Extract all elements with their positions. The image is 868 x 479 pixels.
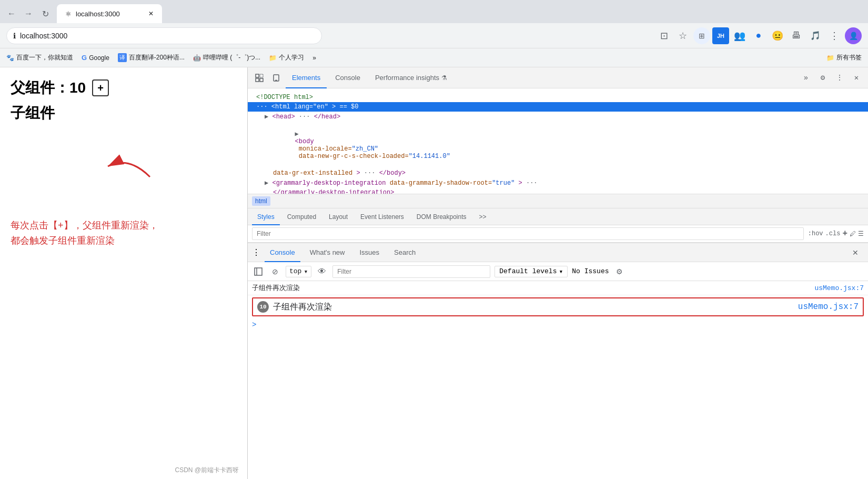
parent-component-display: 父组件：10 + [11,78,237,98]
tab-event-listeners[interactable]: Event Listeners [355,208,409,225]
more-devtools-tabs-icon[interactable]: » [799,71,813,85]
breadcrumb-bar: html [248,194,868,208]
settings-icon[interactable]: ⚙ [815,71,830,85]
google-icon: G [82,54,87,62]
styles-filter-input[interactable] [252,227,804,240]
toggle-properties-button[interactable]: ☰ [858,230,864,238]
address-bar: ℹ localhost:3000 ⊡ ☆ ⊞ JH 👥 ● 😐 🖶 🎵 ⋮ 👤 [0,23,868,48]
default-levels-dropdown[interactable]: Default levels ▾ [494,266,568,277]
plus-button[interactable]: + [92,79,109,96]
ext5-button[interactable]: 😐 [769,27,786,44]
console-tab-issues[interactable]: Issues [355,243,385,262]
bookmark-baidu[interactable]: 🐾 百度一下，你就知道 [6,53,73,62]
head-tag-line[interactable]: ▶ <head> ··· </head> [248,112,868,122]
filter-row: :hov .cls + 🖊 ☰ [248,225,868,243]
tab-bar: ← → ↻ ⚛ localhost:3000 ✕ [0,0,868,23]
tab-performance-insights[interactable]: Performance insights ⚗ [369,67,453,88]
eye-button[interactable]: 👁 [316,265,328,278]
tab-styles[interactable]: Styles [252,208,280,225]
more-options-icon[interactable]: ⋮ [832,71,847,85]
clear-console-button[interactable]: ⊘ [269,265,281,278]
devtools-header: Elements Console Performance insights ⚗ … [248,67,868,88]
log-source-2[interactable]: usMemo.jsx:7 [798,302,859,312]
add-style-button[interactable]: + [842,229,847,238]
console-filter-input[interactable] [332,265,490,278]
devtools-panel: Elements Console Performance insights ⚗ … [247,67,868,479]
log-text-2: 子组件再次渲染 [273,302,798,313]
console-content: 子组件再次渲染 usMemo.jsx:7 10 子组件再次渲染 usMemo.j… [248,281,868,479]
cls-button[interactable]: .cls [825,230,841,237]
new-style-rule-button[interactable]: 🖊 [850,230,856,238]
tab-elements[interactable]: Elements [286,67,327,88]
reload-button[interactable]: ↻ [38,6,53,21]
log-text-1: 子组件再次渲染 [252,283,814,293]
bilibili-label: 哔哩哔哩 (゜-゜)つ... [203,53,260,62]
body-tag-line[interactable]: ▶ <body monica-locale="zh_CN" data-new-g… [248,122,868,168]
cast-button[interactable]: ⊡ [655,27,672,44]
body-tag-cont-line: data-gr-ext-installed > ··· </body> [248,168,868,178]
console-log-row-2: 10 子组件再次渲染 [257,301,798,313]
console-settings-button[interactable]: ⚙ [613,265,626,278]
styles-subpanel: Styles Computed Layout Event Listeners D… [248,208,868,243]
tab-dom-breakpoints[interactable]: DOM Breakpoints [411,208,472,225]
bookmark-bilibili[interactable]: 🤖 哔哩哔哩 (゜-゜)つ... [193,53,260,62]
close-devtools-icon[interactable]: ✕ [849,71,864,85]
breadcrumb-html[interactable]: html [252,196,270,206]
translate-label: 百度翻译-200种语... [129,53,185,62]
tab-layout[interactable]: Layout [324,208,353,225]
console-tab-console[interactable]: Console [265,243,300,262]
console-tab-search[interactable]: Search [389,243,421,262]
more-button[interactable]: ⋮ [826,27,843,44]
tab-console[interactable]: Console [329,67,367,88]
browser-chrome: ← → ↻ ⚛ localhost:3000 ✕ ℹ localhost:300… [0,0,868,67]
sidebar-toggle-button[interactable] [252,265,265,278]
bookmark-google[interactable]: G Google [82,54,109,62]
inspect-icon[interactable] [252,71,267,85]
baidu-label: 百度一下，你就知道 [16,53,73,62]
main-area: 父组件：10 + 子组件 每次点击【+】，父组件重新渲染， 都会触发子组件重新渲… [0,67,868,479]
tab-title: localhost:3000 [76,10,120,18]
console-menu-icon[interactable]: ⋮ [252,247,260,258]
grammarly-tag-line[interactable]: ▶ <grammarly-desktop-integration data-gr… [248,178,868,188]
tab-computed[interactable]: Computed [282,208,321,225]
url-text: localhost:3000 [20,32,67,40]
profile-button[interactable]: 👤 [845,27,862,44]
more-styles-tabs[interactable]: >> [474,208,492,225]
bookmark-translate[interactable]: 译 百度翻译-200种语... [118,53,185,62]
ext7-button[interactable]: 🎵 [807,27,824,44]
parent-label: 父组件：10 [11,78,86,98]
bookmark-study[interactable]: 📁 个人学习 [269,53,304,62]
back-button[interactable]: ← [4,6,19,21]
ext2-button[interactable]: JH [712,27,729,44]
filter-buttons: :hov .cls + 🖊 ☰ [808,229,864,238]
tab-close-icon[interactable]: ✕ [148,10,154,17]
context-selector[interactable]: top ▾ [286,266,311,277]
log-source-1[interactable]: usMemo.jsx:7 [814,284,864,292]
forward-button[interactable]: → [21,6,36,21]
ext1-button[interactable]: ⊞ [693,27,710,44]
address-input[interactable]: ℹ localhost:3000 [6,27,322,44]
close-console-button[interactable]: ✕ [847,244,864,261]
performance-insights-label: Performance insights [375,67,439,88]
child-component-display: 子组件 [11,103,237,123]
default-levels-label: Default levels [499,267,557,275]
active-tab[interactable]: ⚛ localhost:3000 ✕ [57,4,162,23]
description-text: 每次点击【+】，父组件重新渲染， 都会触发子组件重新渲染 [11,218,237,248]
bookmark-all[interactable]: 📁 所有书签 [826,53,862,62]
ext6-button[interactable]: 🖶 [788,27,805,44]
default-levels-chevron-icon: ▾ [559,267,563,276]
console-tab-whatsnew[interactable]: What's new [305,243,350,262]
all-bookmarks-label: 所有书签 [836,53,862,62]
performance-icon: ⚗ [441,67,447,88]
bookmark-button[interactable]: ☆ [674,27,691,44]
bookmarks-more[interactable]: » [312,54,316,62]
device-toolbar-icon[interactable] [269,71,284,85]
study-label: 个人学习 [279,53,304,62]
svg-rect-1 [256,74,259,77]
ext3-button[interactable]: 👥 [731,27,748,44]
toolbar-icons: ⊡ ☆ ⊞ JH 👥 ● 😐 🖶 🎵 ⋮ 👤 [655,27,862,44]
bilibili-icon: 🤖 [193,54,201,62]
html-tag-line[interactable]: ··· <html lang="en" > == $0 [248,102,868,112]
ext4-button[interactable]: ● [750,27,767,44]
hov-button[interactable]: :hov [808,230,823,237]
